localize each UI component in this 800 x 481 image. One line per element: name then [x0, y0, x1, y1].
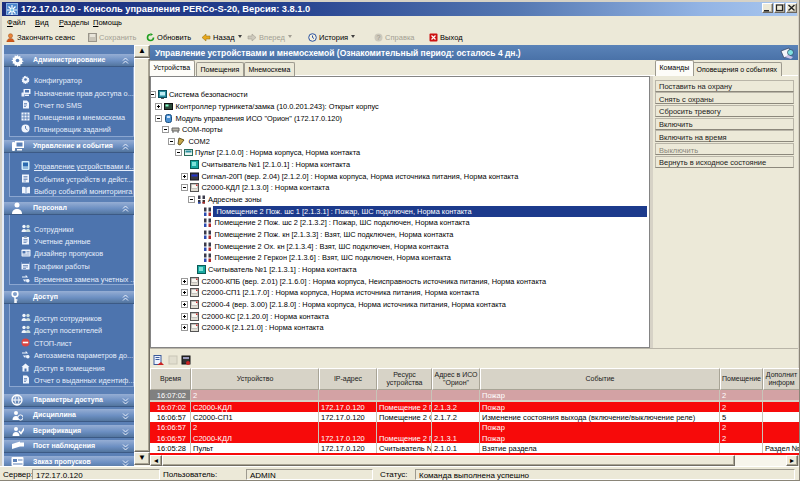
svg-text:?: ? [377, 34, 381, 41]
